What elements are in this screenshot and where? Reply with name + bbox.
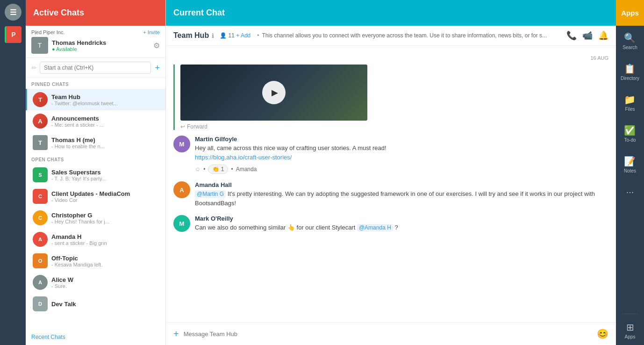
chat-name: Client Updates - MediaCom <box>51 190 160 197</box>
chat-preview: - Kesava Mandiga left. <box>51 262 160 267</box>
right-sidebar-items: 🔍 Search 📋 Directory 📁 Files ✅ To-do 📝 N… <box>621 26 639 180</box>
user-avatar-small: T <box>31 37 48 54</box>
chat-info: Off-Topic - Kesava Mandiga left. <box>51 255 160 267</box>
main-chat: Current Chat Team Hub ℹ 👤 11 + Add • Thi… <box>166 0 616 345</box>
apps-grid-icon: ⊞ <box>626 322 634 333</box>
chat-messages: 16 AUG ↩ Forward M Martin Gilfoyle Hey a… <box>166 46 616 322</box>
message-avatar: A <box>173 181 190 198</box>
message-input[interactable] <box>184 331 597 338</box>
messages-container: M Martin Gilfoyle Hey all, came across t… <box>173 136 608 232</box>
chat-preview: - Video Cor <box>51 197 160 203</box>
chat-name: Announcements <box>51 115 160 122</box>
files-icon: 📁 <box>624 94 636 105</box>
chat-avatar: T <box>33 92 48 107</box>
channel-info-icon[interactable]: ℹ <box>212 32 214 39</box>
video-play-button[interactable] <box>262 81 286 104</box>
open-chat-item[interactable]: C Client Updates - MediaCom - Video Cor <box>26 186 165 207</box>
notifications-button[interactable]: 🔔 <box>598 30 608 41</box>
user-avatar-main[interactable]: ☰ <box>5 4 21 21</box>
message-avatar: M <box>173 215 190 232</box>
chat-avatar: S <box>33 167 48 182</box>
add-reaction-button[interactable]: ☺ <box>195 166 200 172</box>
message-reactions: ☺ • 👏 1 • Amanda <box>195 165 608 174</box>
forward-button[interactable]: ↩ Forward <box>180 123 367 130</box>
voice-call-button[interactable]: 📞 <box>566 30 577 41</box>
open-chat-item[interactable]: C Christopher G - Hey Chis! Thanks for j… <box>26 207 165 229</box>
chat-info: Alice W - Sure. <box>51 276 160 289</box>
message-author: Mark O'Reilly <box>195 215 608 222</box>
user-name: Thomas Hendricks <box>52 39 153 46</box>
recent-chats-link[interactable]: Recent Chats <box>26 329 165 345</box>
channel-actions: 📞 📹 🔔 <box>566 30 608 41</box>
chat-info: Team Hub - Twitter: @elonmusk tweet... <box>51 93 160 106</box>
chat-info: Announcements - Me: sent a sticker - ... <box>51 115 160 128</box>
message-attach-button[interactable]: + <box>173 329 179 339</box>
notes-label: Notes <box>624 168 636 173</box>
open-chats-list: S Sales Superstars - T. J. B: Yay! It's … <box>26 164 165 329</box>
search-icon: 🔍 <box>624 32 636 43</box>
message-input-area: + 😊 <box>166 322 616 345</box>
channel-name: Team Hub <box>173 31 209 40</box>
message-link[interactable]: https://blog.aha.io/craft-user-stories/ <box>195 154 292 161</box>
chat-info: Sales Superstars - T. J. B: Yay! It's pa… <box>51 169 160 181</box>
more-button[interactable]: ··· <box>626 180 634 204</box>
mention-tag: @Amanda H <box>357 224 393 231</box>
right-sidebar-bottom: ⊞ Apps <box>622 314 638 345</box>
chat-info: Client Updates - MediaCom - Video Cor <box>51 190 160 203</box>
chat-preview: - sent a sticker - Big grin <box>51 240 160 246</box>
message-text: Hey all, came across this nice way of cr… <box>195 144 608 162</box>
sidebar-item-search[interactable]: 🔍 Search <box>621 26 639 57</box>
apps-bottom-button[interactable]: ⊞ Apps <box>622 316 638 345</box>
new-chat-button[interactable]: + <box>155 63 160 73</box>
search-input[interactable] <box>40 62 151 74</box>
chat-avatar: T <box>33 135 48 150</box>
chat-name: Team Hub <box>51 93 160 101</box>
chat-preview: - Me: sent a sticker - ... <box>51 122 160 128</box>
chat-avatar: A <box>33 275 48 290</box>
pinned-chats-label: PINNED CHATS <box>26 78 165 89</box>
open-chat-item[interactable]: D Dev Talk <box>26 293 165 315</box>
chat-info: Dev Talk <box>51 301 160 308</box>
chat-name: Off-Topic <box>51 255 160 262</box>
video-thumbnail[interactable] <box>180 65 367 121</box>
chat-info: Amanda H - sent a sticker - Big grin <box>51 233 160 246</box>
pinned-chats-list: T Team Hub - Twitter: @elonmusk tweet...… <box>26 89 165 153</box>
chat-avatar: C <box>33 189 48 204</box>
message-author: Martin Gilfoyle <box>195 136 608 143</box>
directory-icon: 📋 <box>624 63 636 74</box>
settings-button[interactable]: ⚙ <box>153 41 160 50</box>
channel-description: This channel allows you to connect with … <box>262 32 566 39</box>
chat-info: Thomas H (me) - How to enable the n... <box>51 137 160 149</box>
open-chat-item[interactable]: S Sales Superstars - T. J. B: Yay! It's … <box>26 164 165 186</box>
chat-preview: - Twitter: @elonmusk tweet... <box>51 101 160 106</box>
sidebar-item-to-do[interactable]: ✅ To-do <box>621 118 639 149</box>
reacted-by: Amanda <box>236 166 257 172</box>
message-text: Can we also do something similar 👆 for o… <box>195 223 608 232</box>
reaction-button[interactable]: 👏 1 <box>208 165 228 174</box>
message-text: @Martin G It's pretty interesting. We ca… <box>195 189 608 208</box>
message-content: Amanda Hall @Martin G It's pretty intere… <box>195 181 608 208</box>
pinned-chat-item[interactable]: T Team Hub - Twitter: @elonmusk tweet... <box>26 89 165 110</box>
workspace-icon[interactable]: P <box>5 26 21 43</box>
invite-button[interactable]: + Invite <box>143 29 160 35</box>
pinned-chat-item[interactable]: T Thomas H (me) - How to enable the n... <box>26 132 165 153</box>
sidebar-item-directory[interactable]: 📋 Directory <box>621 57 639 87</box>
notes-icon: 📝 <box>624 156 636 167</box>
date-divider: 16 AUG <box>173 55 608 61</box>
emoji-button[interactable]: 😊 <box>597 328 608 339</box>
message-row: M Mark O'Reilly Can we also do something… <box>173 215 608 232</box>
chat-preview: - Hey Chis! Thanks for j... <box>51 219 160 224</box>
open-chat-item[interactable]: A Amanda H - sent a sticker - Big grin <box>26 229 165 250</box>
chat-list-panel: Active Chats Pied Piper Inc. + Invite T … <box>26 0 166 345</box>
pinned-chat-item[interactable]: A Announcements - Me: sent a sticker - .… <box>26 110 165 132</box>
open-chats-label: OPEN CHATS <box>26 153 165 164</box>
user-status: ● Available <box>52 46 153 52</box>
sidebar-item-notes[interactable]: 📝 Notes <box>621 149 639 180</box>
sidebar-item-files[interactable]: 📁 Files <box>621 87 639 118</box>
channel-header: Team Hub ℹ 👤 11 + Add • This channel all… <box>166 26 616 46</box>
open-chat-item[interactable]: O Off-Topic - Kesava Mandiga left. <box>26 250 165 272</box>
open-chat-item[interactable]: A Alice W - Sure. <box>26 272 165 293</box>
chat-name: Dev Talk <box>51 301 160 308</box>
video-call-button[interactable]: 📹 <box>582 30 593 41</box>
active-chats-header: Active Chats <box>26 0 165 26</box>
